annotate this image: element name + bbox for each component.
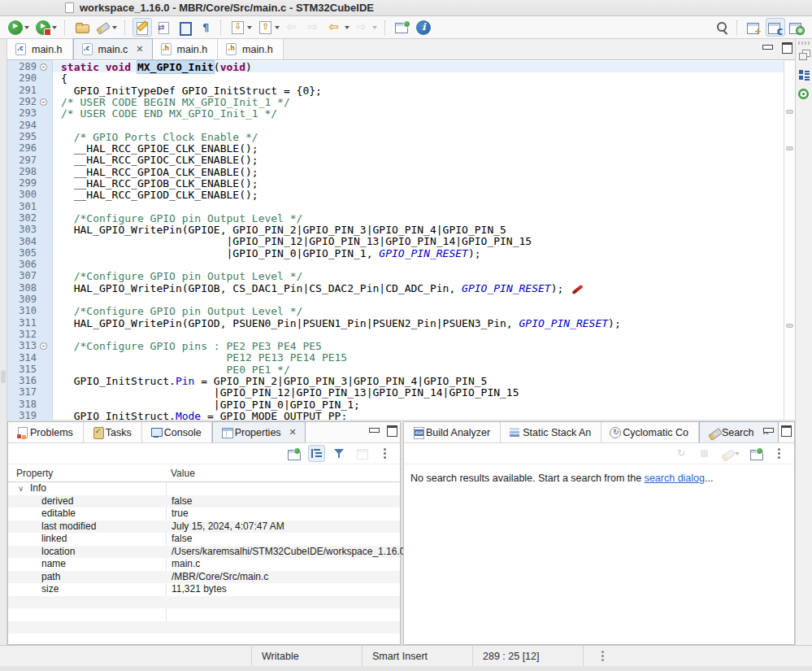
code-line[interactable]	[61, 201, 784, 212]
line-number[interactable]: 294	[7, 120, 37, 131]
code-line[interactable]: HAL_GPIO_WritePin(GPIOD, PSUEN0_Pin|PSUE…	[61, 317, 784, 329]
fold-collapse-icon[interactable]	[40, 342, 47, 350]
line-number[interactable]: 297	[7, 155, 37, 166]
code-line[interactable]: /* USER CODE BEGIN MX_GPIO_Init_1 */	[61, 96, 784, 107]
line-number[interactable]: 313	[7, 340, 37, 351]
minimize-icon[interactable]	[763, 425, 773, 434]
code-line[interactable]: HAL_GPIO_WritePin(GPIOE, GPIO_PIN_2|GPIO…	[61, 224, 784, 235]
property-row[interactable]: size11,321 bytes	[8, 583, 400, 596]
tab-console[interactable]: Console	[142, 422, 212, 442]
view-menu-button[interactable]	[771, 445, 788, 462]
code-line[interactable]: __HAL_RCC_GPIOE_CLK_ENABLE();	[61, 142, 784, 154]
line-number[interactable]: 308	[7, 282, 37, 294]
code-line[interactable]: /*Configure GPIO pin Output Level */	[61, 212, 784, 224]
code-line[interactable]	[61, 119, 784, 130]
status-menu-icon[interactable]	[601, 655, 604, 657]
previous-annotation-button[interactable]	[256, 18, 282, 37]
line-number[interactable]: 299	[7, 177, 37, 189]
code-line[interactable]: static void MX_GPIO_Init(void)	[53, 61, 784, 72]
line-number[interactable]: 317	[7, 386, 37, 398]
show-whitespace-button[interactable]	[196, 18, 215, 37]
code-line[interactable]: /*Configure GPIO pin Output Level */	[61, 270, 784, 281]
fold-collapse-icon[interactable]	[40, 98, 47, 106]
tab-build-analyzer[interactable]: Build Analyzer	[404, 422, 501, 442]
tab-cyclomatic-co[interactable]: Cyclomatic Co	[601, 422, 699, 442]
open-folder-button[interactable]	[72, 18, 92, 37]
c-cpp-perspective-button[interactable]	[766, 18, 785, 37]
property-row[interactable]: last modifiedJuly 15, 2024, 4:07:47 AM	[8, 521, 400, 534]
annotation-column[interactable]	[784, 60, 795, 420]
line-number[interactable]: 290	[7, 72, 37, 84]
flashlight-search-button[interactable]	[93, 18, 119, 37]
line-number[interactable]: 319	[7, 410, 37, 420]
line-number[interactable]: 295	[7, 131, 37, 142]
code-line[interactable]: __HAL_RCC_GPIOA_CLK_ENABLE();	[61, 166, 784, 177]
tab-static-stack-an[interactable]: Static Stack An	[501, 422, 601, 442]
external-tools-button[interactable]	[33, 18, 59, 37]
open-new-view-button[interactable]	[285, 445, 302, 462]
line-number[interactable]: 302	[7, 212, 37, 224]
run-button[interactable]	[6, 18, 32, 37]
info-button[interactable]	[414, 18, 433, 37]
code-line[interactable]: HAL_GPIO_WritePin(GPIOB, CS_DAC1_Pin|CS_…	[61, 282, 784, 294]
property-row[interactable]: derivedfalse	[8, 495, 400, 508]
property-row[interactable]: location/Users/karemsalhi/STM32CubeIDE/w…	[8, 546, 400, 559]
search-dialog-link[interactable]: search dialog	[645, 473, 705, 484]
build-target-icon[interactable]	[798, 88, 809, 102]
chevron-down-icon[interactable]: ∨	[18, 482, 24, 495]
code-line[interactable]: GPIO_InitStruct.Pin = GPIO_PIN_2|GPIO_PI…	[61, 375, 784, 386]
code-line[interactable]	[61, 294, 784, 305]
code-text-area[interactable]: static void MX_GPIO_Init(void){ GPIO_Ini…	[53, 60, 784, 420]
close-icon[interactable]: ✕	[136, 44, 143, 54]
line-number-gutter[interactable]: 2892902912922932942952962972982993003013…	[7, 60, 53, 420]
line-number[interactable]: 309	[7, 294, 37, 305]
debug-perspective-button[interactable]	[787, 18, 806, 37]
code-line[interactable]: /* GPIO Ports Clock Enable */	[61, 131, 784, 142]
minimize-icon[interactable]	[369, 425, 379, 434]
last-edit-location-button[interactable]	[154, 18, 173, 37]
tab-main-c[interactable]: main.c✕	[73, 38, 153, 59]
tab-problems[interactable]: Problems	[8, 422, 84, 442]
property-row[interactable]: editabletrue	[8, 508, 400, 521]
line-number[interactable]: 310	[7, 305, 37, 316]
open-new-view-button[interactable]	[748, 445, 765, 462]
line-number[interactable]: 315	[7, 364, 37, 375]
tab-main-h[interactable]: main.h	[153, 39, 219, 59]
line-number[interactable]: 301	[7, 201, 37, 212]
code-line[interactable]: GPIO_InitTypeDef GPIO_InitStruct = {0};	[61, 85, 784, 96]
property-group-row[interactable]: ∨Info	[8, 482, 400, 495]
line-number[interactable]: 292	[7, 96, 37, 107]
minimize-icon[interactable]	[762, 42, 772, 51]
maximize-icon[interactable]	[387, 425, 397, 434]
line-number[interactable]: 305	[7, 247, 37, 259]
line-number[interactable]: 293	[7, 107, 37, 119]
tab-properties[interactable]: Properties✕	[212, 421, 306, 442]
code-line[interactable]: __HAL_RCC_GPIOD_CLK_ENABLE();	[61, 189, 784, 200]
property-row[interactable]: namemain.c	[8, 558, 400, 571]
filter-button[interactable]	[331, 445, 348, 462]
code-line[interactable]	[61, 259, 784, 270]
code-line[interactable]: |GPIO_PIN_12|GPIO_PIN_13|GPIO_PIN_14|GPI…	[61, 386, 784, 398]
line-number[interactable]: 311	[7, 317, 37, 329]
code-line[interactable]: |GPIO_PIN_0|GPIO_PIN_1, GPIO_PIN_RESET);	[61, 247, 784, 259]
next-annotation-button[interactable]	[228, 18, 254, 37]
outline-view-icon[interactable]	[798, 69, 810, 85]
code-line[interactable]: __HAL_RCC_GPIOC_CLK_ENABLE();	[61, 154, 784, 165]
line-number[interactable]: 303	[7, 224, 37, 235]
open-perspective-button[interactable]	[745, 18, 764, 37]
property-row[interactable]: path/MBR/Core/Src/main.c	[8, 571, 400, 584]
code-line[interactable]: PE0 PE1 */	[61, 364, 784, 375]
maximize-icon[interactable]	[781, 425, 791, 434]
code-line[interactable]: __HAL_RCC_GPIOB_CLK_ENABLE();	[61, 177, 784, 189]
fold-collapse-icon[interactable]	[40, 63, 47, 71]
code-line[interactable]: GPIO_InitStruct.Mode = GPIO_MODE_OUTPUT_…	[61, 410, 784, 420]
tab-tasks[interactable]: Tasks	[84, 422, 142, 442]
tab-main-h[interactable]: main.h	[218, 39, 284, 59]
line-number[interactable]: 304	[7, 236, 37, 247]
property-row[interactable]: linkedfalse	[8, 533, 400, 546]
minimized-view-handle[interactable]	[1, 370, 6, 383]
line-number[interactable]: 289	[7, 61, 37, 72]
code-line[interactable]	[61, 329, 784, 340]
maximize-icon[interactable]	[782, 42, 792, 51]
line-number[interactable]: 291	[7, 85, 37, 96]
